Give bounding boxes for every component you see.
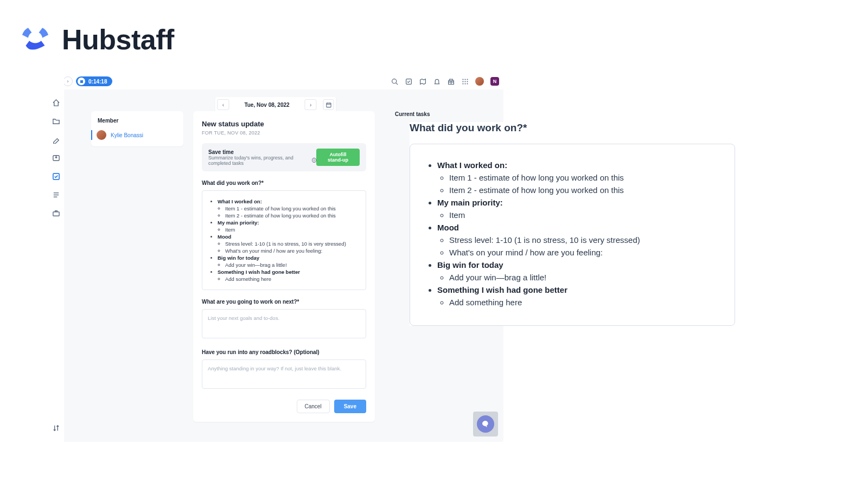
- zoom-section-mood: Mood: [437, 223, 459, 232]
- zoom-section-worked-on: What I worked on:: [437, 160, 507, 170]
- save-button[interactable]: Save: [334, 400, 366, 413]
- roadblocks-input[interactable]: [202, 359, 366, 389]
- folder-icon[interactable]: [52, 117, 60, 125]
- svg-point-7: [464, 79, 465, 80]
- calendar-icon[interactable]: [323, 99, 334, 110]
- list-item: Item 2 - estimate of how long you worked…: [449, 185, 719, 195]
- svg-point-6: [462, 79, 463, 80]
- section-big-win: Big win for today: [218, 255, 259, 261]
- current-tasks-label: Current tasks: [395, 111, 430, 117]
- list-item: What's on your mind / how are you feelin…: [449, 248, 719, 257]
- question-work-next: What are you going to work on next?*: [202, 299, 366, 305]
- list-icon[interactable]: [52, 190, 60, 199]
- svg-point-8: [467, 79, 468, 80]
- list-item: Item 1 - estimate of how long you worked…: [449, 173, 719, 182]
- zoom-section-priority: My main priority:: [437, 198, 503, 207]
- autofill-title: Save time: [208, 149, 316, 155]
- member-row[interactable]: Kylie Bonassi: [91, 130, 177, 140]
- standup-icon[interactable]: [52, 172, 60, 181]
- list-item: Stress level: 1-10 (1 is no stress, 10 i…: [449, 235, 719, 245]
- svg-rect-20: [53, 211, 59, 216]
- list-item: Item: [225, 227, 358, 233]
- prev-day-button[interactable]: ‹: [217, 99, 229, 110]
- svg-point-13: [464, 83, 465, 84]
- question-worked-on: What did you work on?*: [202, 180, 366, 186]
- zoom-content-box: What I worked on: Item 1 - estimate of h…: [410, 144, 735, 326]
- write-icon[interactable]: [52, 135, 60, 144]
- next-day-button[interactable]: ›: [305, 99, 317, 110]
- zoom-detail-panel: What did you work on?* What I worked on:…: [410, 122, 735, 326]
- list-item: Item: [449, 210, 719, 220]
- member-card-title: Member: [98, 118, 177, 124]
- status-update-panel: New status update FOR TUE, NOV 08, 2022 …: [193, 111, 375, 422]
- map-icon[interactable]: [419, 78, 426, 85]
- work-next-input[interactable]: [202, 309, 366, 338]
- nav-forward-icon[interactable]: ›: [63, 76, 73, 86]
- list-item: Item 2 - estimate of how long you worked…: [225, 213, 358, 219]
- member-avatar: [97, 130, 106, 140]
- bell-icon[interactable]: [433, 78, 441, 85]
- timer-value: 0:14:18: [88, 79, 107, 85]
- question-roadblocks: Have you run into any roadblocks? (Optio…: [202, 349, 366, 355]
- apps-grid-icon[interactable]: [461, 78, 469, 85]
- date-navigator: ‹ Tue, Nov 08, 2022 ›: [215, 97, 336, 112]
- list-item: Add something here: [225, 276, 358, 282]
- stop-icon[interactable]: [78, 78, 85, 85]
- list-item: Stress level: 1-10 (1 is no stress, 10 i…: [225, 241, 358, 247]
- worked-on-content[interactable]: What I worked on: Item 1 - estimate of h…: [202, 190, 366, 290]
- svg-line-1: [395, 82, 397, 84]
- svg-point-11: [467, 81, 468, 82]
- inbox-icon[interactable]: [52, 153, 60, 162]
- member-name: Kylie Bonassi: [111, 132, 143, 138]
- cancel-button[interactable]: Cancel: [297, 400, 330, 413]
- autofill-button[interactable]: Autofill stand-up: [316, 149, 360, 166]
- section-worked-on: What I worked on:: [218, 198, 262, 204]
- sort-icon[interactable]: [52, 423, 60, 432]
- workspace-badge[interactable]: N: [490, 77, 499, 86]
- autofill-subtitle: Summarize today's wins, progress, and co…: [208, 155, 310, 166]
- brand-name: Hubstaff: [62, 23, 174, 56]
- current-date: Tue, Nov 08, 2022: [233, 102, 300, 108]
- chat-widget[interactable]: [473, 412, 498, 436]
- autofill-banner: Save time Summarize today's wins, progre…: [202, 143, 366, 171]
- zoom-section-gone-better: Something I wish had gone better: [437, 285, 567, 294]
- svg-point-12: [462, 83, 463, 84]
- panel-date: FOR TUE, NOV 08, 2022: [202, 130, 366, 136]
- timer-pill[interactable]: 0:14:18: [76, 76, 112, 86]
- list-item: Add your win—brag a little!: [225, 262, 358, 268]
- left-rail: [48, 73, 64, 442]
- section-mood: Mood: [218, 234, 231, 240]
- section-gone-better: Something I wish had gone better: [218, 269, 300, 275]
- home-icon[interactable]: [52, 98, 60, 107]
- panel-title: New status update: [202, 120, 366, 128]
- svg-point-10: [464, 81, 465, 82]
- svg-point-0: [392, 79, 396, 83]
- zoom-question: What did you work on?*: [410, 122, 735, 134]
- user-avatar[interactable]: [475, 77, 484, 86]
- svg-point-14: [467, 83, 468, 84]
- section-priority: My main priority:: [218, 220, 259, 226]
- checkbox-icon[interactable]: [405, 78, 412, 85]
- info-icon[interactable]: i: [312, 158, 316, 163]
- member-card: Member Kylie Bonassi: [91, 111, 183, 146]
- hubstaff-logo-icon: [16, 21, 54, 59]
- briefcase-icon[interactable]: [52, 209, 60, 217]
- gift-icon[interactable]: [447, 78, 455, 85]
- svg-rect-21: [326, 103, 330, 107]
- list-item: Add something here: [449, 298, 719, 307]
- list-item: Item 1 - estimate of how long you worked…: [225, 206, 358, 211]
- list-item: Add your win—brag a little!: [449, 273, 719, 282]
- search-icon[interactable]: [391, 78, 398, 85]
- zoom-section-big-win: Big win for today: [437, 260, 503, 269]
- list-item: What's on your mind / how are you feelin…: [225, 248, 358, 254]
- top-bar: › 0:14:18 N: [48, 73, 503, 89]
- chat-icon: [477, 415, 494, 433]
- svg-point-9: [462, 81, 463, 82]
